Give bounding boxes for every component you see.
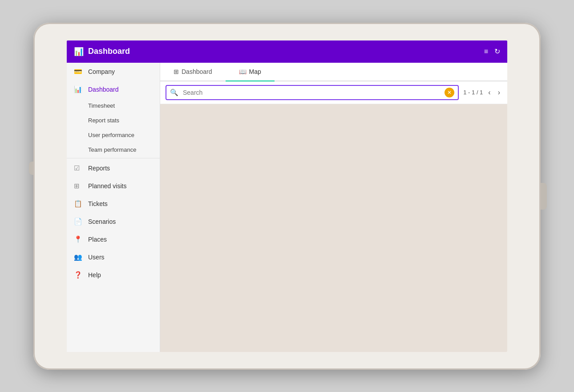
- sidebar-item-planned-visits[interactable]: ⊞ Planned visits: [67, 177, 160, 195]
- bar-chart-icon: 📊: [74, 47, 84, 57]
- divider-1: [67, 158, 160, 158]
- tablet-screen: 📊 Dashboard ≡ ↻ 💳 Company 📊 Dashboard: [67, 40, 507, 352]
- app-header: 📊 Dashboard ≡ ↻: [67, 40, 507, 63]
- sidebar-item-team-performance[interactable]: Team performance: [67, 142, 160, 157]
- map-toolbar: 🔍 ✕ 1 - 1 / 1 ‹ ›: [160, 81, 507, 104]
- content-area: ⊞ Dashboard 📖 Map 🔍 ✕: [160, 63, 507, 352]
- header-actions: ≡ ↻: [484, 47, 500, 56]
- sidebar-item-reports[interactable]: ☑ Reports: [67, 159, 160, 177]
- scenarios-icon: 📄: [74, 218, 84, 226]
- prev-page-button[interactable]: ‹: [486, 88, 492, 97]
- tab-dashboard-label: Dashboard: [182, 68, 212, 75]
- tablet-home-button: [541, 183, 547, 210]
- sidebar: 💳 Company 📊 Dashboard Timesheet Report s…: [67, 63, 160, 352]
- tab-map-icon: 📖: [239, 68, 247, 75]
- sidebar-label-user-performance: User performance: [88, 132, 134, 138]
- sidebar-item-tickets[interactable]: 📋 Tickets: [67, 195, 160, 213]
- sidebar-item-timesheet[interactable]: Timesheet: [67, 98, 160, 113]
- sidebar-label-dashboard: Dashboard: [88, 86, 119, 93]
- tablet-volume-button: [29, 162, 33, 175]
- sidebar-label-team-performance: Team performance: [88, 146, 136, 153]
- sidebar-label-tickets: Tickets: [88, 200, 108, 207]
- sidebar-item-places[interactable]: 📍 Places: [67, 230, 160, 248]
- tab-dashboard-icon: ⊞: [174, 68, 179, 75]
- sidebar-label-reports: Reports: [88, 165, 110, 172]
- tabs-bar: ⊞ Dashboard 📖 Map: [160, 63, 507, 81]
- tab-map[interactable]: 📖 Map: [226, 63, 275, 81]
- pagination-text: 1 - 1 / 1: [463, 89, 483, 96]
- sidebar-item-help[interactable]: ❓ Help: [67, 266, 160, 284]
- planned-visits-icon: ⊞: [74, 182, 84, 190]
- sidebar-label-timesheet: Timesheet: [88, 102, 115, 109]
- reports-icon: ☑: [74, 164, 84, 172]
- sidebar-label-users: Users: [88, 254, 105, 261]
- users-icon: 👥: [74, 253, 84, 261]
- map-area: 🔍 ✕ 1 - 1 / 1 ‹ ›: [160, 81, 507, 352]
- search-box[interactable]: 🔍 ✕: [166, 85, 459, 100]
- search-icon: 🔍: [170, 89, 178, 97]
- tickets-icon: 📋: [74, 200, 84, 208]
- sidebar-label-places: Places: [88, 236, 107, 243]
- sidebar-item-report-stats[interactable]: Report stats: [67, 113, 160, 128]
- tablet-frame: 📊 Dashboard ≡ ↻ 💳 Company 📊 Dashboard: [33, 23, 541, 370]
- company-icon: 💳: [74, 68, 84, 76]
- sidebar-label-planned-visits: Planned visits: [88, 182, 126, 190]
- tab-map-label: Map: [249, 68, 261, 75]
- places-icon: 📍: [74, 235, 84, 243]
- main-layout: 💳 Company 📊 Dashboard Timesheet Report s…: [67, 63, 507, 352]
- sidebar-item-scenarios[interactable]: 📄 Scenarios: [67, 213, 160, 230]
- dashboard-icon: 📊: [74, 85, 84, 93]
- search-input[interactable]: [180, 88, 445, 97]
- next-page-button[interactable]: ›: [496, 88, 502, 97]
- tab-dashboard[interactable]: ⊞ Dashboard: [160, 63, 226, 81]
- sidebar-label-report-stats: Report stats: [88, 117, 119, 124]
- help-icon: ❓: [74, 271, 84, 279]
- sidebar-item-dashboard[interactable]: 📊 Dashboard: [67, 81, 160, 98]
- search-clear-button[interactable]: ✕: [445, 88, 454, 97]
- refresh-button[interactable]: ↻: [494, 47, 500, 56]
- pagination: 1 - 1 / 1 ‹ ›: [463, 88, 502, 97]
- filter-button[interactable]: ≡: [484, 48, 488, 56]
- sidebar-label-scenarios: Scenarios: [88, 218, 116, 225]
- sidebar-label-company: Company: [88, 68, 115, 75]
- app-title: Dashboard: [88, 47, 484, 56]
- sidebar-item-company[interactable]: 💳 Company: [67, 63, 160, 81]
- sidebar-item-user-performance[interactable]: User performance: [67, 128, 160, 142]
- sidebar-label-help: Help: [88, 271, 101, 279]
- sidebar-item-users[interactable]: 👥 Users: [67, 248, 160, 266]
